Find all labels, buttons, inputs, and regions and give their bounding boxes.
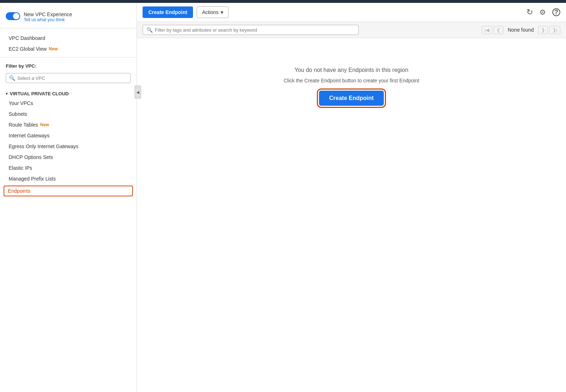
toolbar-icons: ↻ ⚙ ? — [526, 8, 560, 17]
actions-label: Actions — [202, 9, 219, 15]
sidebar-item-label: Route Tables — [9, 122, 38, 128]
section-collapse-icon: ▾ — [6, 92, 8, 96]
vpc-experience-toggle: New VPC Experience Tell us what you thin… — [0, 9, 136, 28]
new-badge: New — [49, 46, 58, 51]
empty-state-title: You do not have any Endpoints in this re… — [295, 67, 408, 73]
sidebar-item-label: Your VPCs — [9, 100, 33, 106]
virtual-private-cloud-section-header: ▾ VIRTUAL PRIVATE CLOUD — [0, 87, 136, 98]
toggle-subtitle[interactable]: Tell us what you think — [24, 17, 72, 22]
sidebar-item-route-tables[interactable]: Route Tables New — [0, 119, 136, 130]
sidebar-item-label: DHCP Options Sets — [9, 154, 53, 160]
sidebar-item-label: Internet Gateways — [9, 133, 50, 138]
empty-state: You do not have any Endpoints in this re… — [284, 67, 419, 106]
toolbar: Create Endpoint Actions ▾ ↻ ⚙ ? — [137, 3, 566, 22]
sidebar-item-label: Managed Prefix Lists — [9, 176, 56, 182]
sidebar-item-subnets[interactable]: Subnets — [0, 109, 136, 119]
new-badge: New — [40, 122, 49, 127]
first-page-button[interactable]: |◀ — [482, 26, 492, 34]
chevron-down-icon: ▾ — [221, 9, 223, 15]
search-icon: 🔍 — [9, 75, 15, 81]
none-found-label: None found — [505, 27, 536, 33]
last-page-button[interactable]: ❯| — [549, 26, 560, 34]
help-icon[interactable]: ? — [552, 8, 560, 16]
sidebar-item-ec2-global-view[interactable]: EC2 Global View New — [0, 44, 136, 54]
settings-icon[interactable]: ⚙ — [539, 8, 546, 17]
content-area: Create Endpoint Actions ▾ ↻ ⚙ ? 🔍 |◀ ❮ N… — [137, 3, 566, 392]
filter-bar: 🔍 |◀ ❮ None found ❯ ❯| — [137, 22, 566, 38]
refresh-icon[interactable]: ↻ — [526, 8, 533, 17]
empty-state-description: Click the Create Endpoint button to crea… — [284, 78, 419, 83]
main-content: You do not have any Endpoints in this re… — [137, 38, 566, 392]
toggle-title: New VPC Experience — [24, 12, 72, 17]
search-icon: 🔍 — [147, 27, 153, 33]
actions-button[interactable]: Actions ▾ — [197, 6, 229, 18]
vpc-select-input[interactable] — [17, 76, 127, 81]
sidebar-item-dhcp-options-sets[interactable]: DHCP Options Sets — [0, 152, 136, 163]
sidebar-collapse-button[interactable]: ◀ — [135, 86, 141, 99]
create-endpoint-button[interactable]: Create Endpoint — [143, 6, 193, 18]
sidebar-item-elastic-ips[interactable]: Elastic IPs — [0, 163, 136, 173]
top-bar — [0, 0, 566, 3]
vpc-search-box[interactable]: 🔍 — [6, 73, 131, 83]
new-vpc-experience-toggle[interactable] — [6, 12, 20, 20]
filter-by-vpc-label: Filter by VPC: — [0, 60, 136, 72]
sidebar-item-label: VPC Dashboard — [9, 35, 45, 41]
sidebar: New VPC Experience Tell us what you thin… — [0, 3, 137, 392]
sidebar-item-endpoints[interactable]: Endpoints — [4, 186, 133, 196]
section-header-label: VIRTUAL PRIVATE CLOUD — [10, 91, 69, 96]
sidebar-item-label: Subnets — [9, 111, 27, 117]
pagination-controls: |◀ ❮ None found ❯ ❯| — [482, 26, 560, 34]
sidebar-item-label: EC2 Global View — [9, 46, 47, 52]
sidebar-item-internet-gateways[interactable]: Internet Gateways — [0, 130, 136, 141]
sidebar-item-label: Elastic IPs — [9, 165, 32, 171]
prev-page-button[interactable]: ❮ — [494, 26, 503, 34]
next-page-button[interactable]: ❯ — [538, 26, 548, 34]
sidebar-item-your-vpcs[interactable]: Your VPCs — [0, 98, 136, 109]
create-endpoint-main-button[interactable]: Create Endpoint — [319, 91, 384, 106]
sidebar-item-label: Egress Only Internet Gateways — [9, 143, 78, 149]
sidebar-item-managed-prefix-lists[interactable]: Managed Prefix Lists — [0, 173, 136, 184]
filter-input[interactable] — [155, 27, 355, 33]
sidebar-item-label: Endpoints — [8, 188, 30, 194]
sidebar-item-egress-only-internet-gateways[interactable]: Egress Only Internet Gateways — [0, 141, 136, 152]
sidebar-item-vpc-dashboard[interactable]: VPC Dashboard — [0, 33, 136, 44]
filter-input-wrapper[interactable]: 🔍 — [143, 25, 359, 35]
